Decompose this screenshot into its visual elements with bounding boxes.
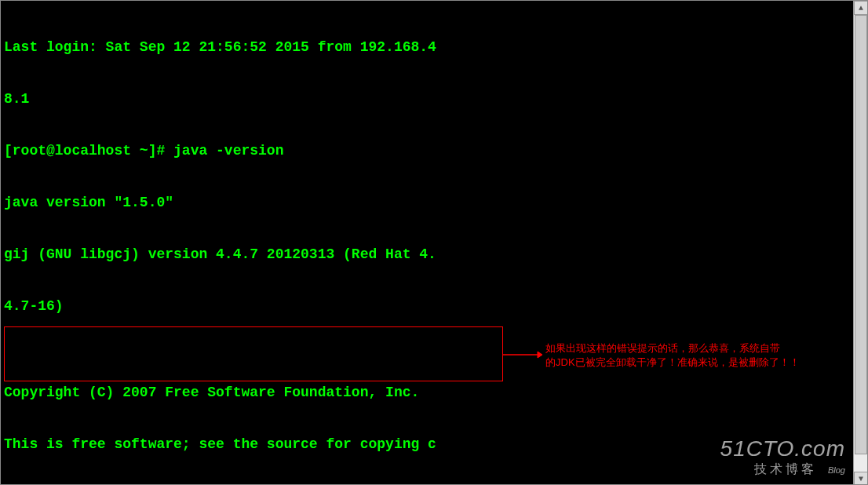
watermark-url: 51CTO.com <box>720 436 845 461</box>
terminal-line: 4.7-16) <box>4 297 864 315</box>
caret-up-icon: ▲ <box>859 4 863 13</box>
caret-down-icon: ▼ <box>859 475 863 483</box>
scroll-down-button[interactable]: ▼ <box>854 472 868 485</box>
annotation-line: 如果出现这样的错误提示的话，那么恭喜，系统自带 <box>545 342 780 354</box>
annotation-text: 如果出现这样的错误提示的话，那么恭喜，系统自带 的JDK已被完全卸载干净了！准确… <box>545 341 828 370</box>
arrow-right-icon <box>503 350 542 359</box>
annotation-line: 的JDK已被完全卸载干净了！准确来说，是被删除了！！ <box>545 356 800 368</box>
scroll-up-button[interactable]: ▲ <box>854 1 868 15</box>
scroll-thumb[interactable] <box>855 15 867 454</box>
terminal-line: java version "1.5.0" <box>4 194 864 211</box>
terminal-line: [root@localhost ~]# java -version <box>4 142 864 159</box>
terminal-line: Copyright (C) 2007 Free Software Foundat… <box>4 384 864 401</box>
terminal-line: gij (GNU libgcj) version 4.4.7 20120313 … <box>4 246 864 263</box>
terminal-line: Last login: Sat Sep 12 21:56:52 2015 fro… <box>4 38 864 56</box>
terminal-output[interactable]: Last login: Sat Sep 12 21:56:52 2015 fro… <box>1 1 867 485</box>
terminal-line: 8.1 <box>4 90 864 108</box>
svg-marker-1 <box>538 352 542 358</box>
watermark-subtitle: 技术博客 Blog <box>720 461 845 478</box>
vertical-scrollbar[interactable]: ▲ ▼ <box>853 1 867 485</box>
watermark: 51CTO.com 技术博客 Blog <box>720 436 845 478</box>
